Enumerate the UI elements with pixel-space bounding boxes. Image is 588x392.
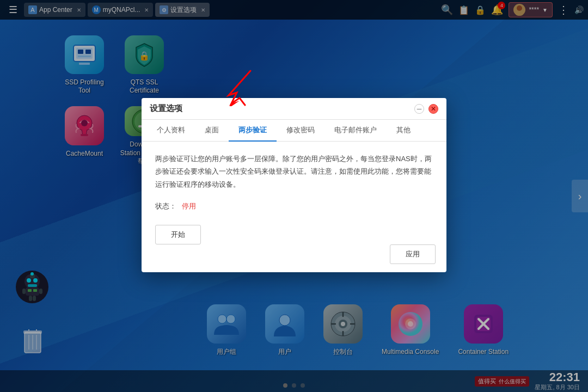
modal-overlay: 设置选项 ─ ✕ 个人资料 桌面 两步验证 修改密码 电子邮件账户 其他 两步验… bbox=[0, 0, 588, 392]
apply-button[interactable]: 应用 bbox=[390, 244, 436, 264]
modal-title: 设置选项 bbox=[150, 103, 182, 114]
modal-body: 两步验证可让您的用户账号多一层保障。除了您的用户密码之外，每当您登录NAS时，两… bbox=[142, 142, 446, 255]
modal-close-button[interactable]: ✕ bbox=[428, 104, 438, 114]
two-step-description: 两步验证可让您的用户账号多一层保障。除了您的用户密码之外，每当您登录NAS时，两… bbox=[155, 152, 433, 191]
tab-profile[interactable]: 个人资料 bbox=[147, 120, 195, 142]
tab-two-step[interactable]: 两步验证 bbox=[229, 120, 277, 142]
status-row: 状态： 停用 bbox=[155, 201, 433, 211]
status-value: 停用 bbox=[182, 201, 196, 211]
tab-email[interactable]: 电子邮件账户 bbox=[324, 120, 387, 142]
settings-modal: 设置选项 ─ ✕ 个人资料 桌面 两步验证 修改密码 电子邮件账户 其他 两步验… bbox=[142, 98, 446, 272]
tab-other[interactable]: 其他 bbox=[387, 120, 420, 142]
modal-footer: 应用 bbox=[390, 244, 436, 264]
modal-controls: ─ ✕ bbox=[414, 104, 438, 114]
modal-minimize-button[interactable]: ─ bbox=[414, 104, 424, 114]
start-button[interactable]: 开始 bbox=[155, 225, 201, 244]
tab-desktop[interactable]: 桌面 bbox=[195, 120, 229, 142]
status-label: 状态： bbox=[155, 201, 176, 211]
modal-tabs: 个人资料 桌面 两步验证 修改密码 电子邮件账户 其他 bbox=[142, 120, 446, 142]
modal-titlebar: 设置选项 ─ ✕ bbox=[142, 98, 446, 120]
tab-change-password[interactable]: 修改密码 bbox=[277, 120, 324, 142]
desktop: ☰ A App Center ✕ M myQNAPcl... ✕ ⚙ 设置选项 … bbox=[0, 0, 588, 392]
